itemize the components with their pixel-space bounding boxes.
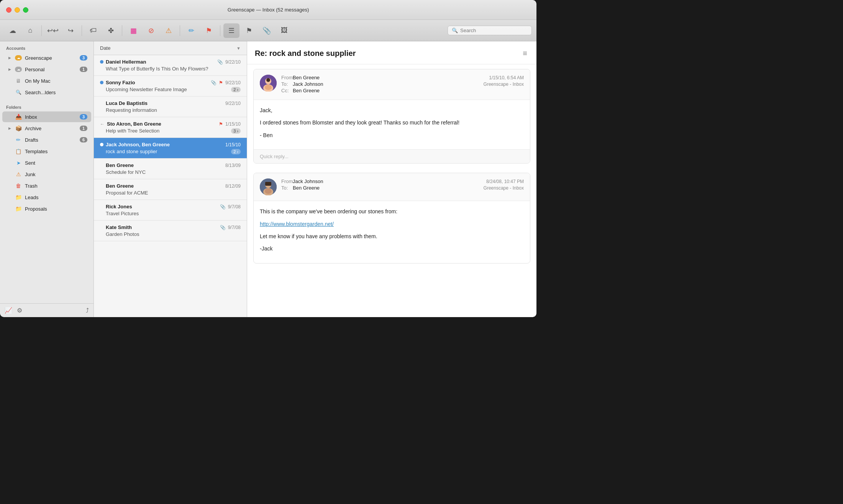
traffic-lights bbox=[6, 7, 28, 13]
flag-view-button[interactable]: ⚑ bbox=[241, 23, 257, 38]
body-line: Jack, bbox=[260, 106, 524, 115]
reply-all-button[interactable]: ↩↩ bbox=[45, 23, 61, 38]
email-subject-row: Upcoming Newsletter Feature Image 2 › bbox=[100, 87, 241, 92]
email-sender: Ben Greene bbox=[106, 183, 223, 189]
svg-rect-7 bbox=[265, 182, 271, 186]
message-menu-button[interactable]: ≡ bbox=[521, 47, 529, 59]
sidebar-item-search-folders[interactable]: ▶ 🔍 Search...lders bbox=[2, 87, 91, 98]
toolbar-separator-4 bbox=[180, 25, 180, 36]
signout-button[interactable]: ⤴ bbox=[86, 307, 89, 314]
flag-red-button[interactable]: ⚑ bbox=[201, 23, 217, 38]
email-subject: Garden Photos bbox=[106, 231, 241, 237]
meta-cc-row: Cc: Ben Greene bbox=[281, 88, 524, 93]
email-list-header: Date ▼ bbox=[94, 41, 247, 55]
flag-button[interactable]: ⚠ bbox=[161, 23, 177, 38]
email-item-top: Sonny Fazio 📎 ⚑ 9/22/10 bbox=[100, 80, 241, 85]
search-input[interactable] bbox=[460, 28, 528, 33]
sidebar-item-on-my-mac[interactable]: ▶ 🖥 On My Mac bbox=[2, 75, 91, 86]
email-list: Date ▼ Daniel Hellerman 📎 9/22/10 What T… bbox=[94, 41, 247, 317]
sidebar-item-label: On My Mac bbox=[25, 78, 87, 84]
forward-button[interactable]: ↪ bbox=[62, 23, 79, 38]
sidebar-item-archive[interactable]: ▶ 📦 Archive 1 bbox=[2, 123, 91, 134]
sidebar-item-label: Junk bbox=[25, 172, 87, 177]
email-date: 9/7/08 bbox=[228, 204, 241, 209]
sidebar-item-label: Search...lders bbox=[25, 90, 87, 95]
activity-button[interactable]: 📈 bbox=[5, 307, 12, 314]
message-view-button[interactable]: ☰ bbox=[223, 23, 239, 38]
search-folders-icon: 🔍 bbox=[15, 89, 22, 96]
close-button[interactable] bbox=[6, 7, 11, 13]
personal-cloud-icon: ☁ bbox=[15, 66, 22, 73]
minimize-button[interactable] bbox=[15, 7, 20, 13]
email-item[interactable]: Daniel Hellerman 📎 9/22/10 What Type of … bbox=[94, 55, 247, 76]
sidebar-item-sent[interactable]: ▶ ➤ Sent bbox=[2, 157, 91, 168]
unread-dot bbox=[100, 226, 103, 229]
label-button[interactable]: 🏷 bbox=[85, 23, 101, 38]
message-subject: Re: rock and stone supplier bbox=[255, 49, 356, 58]
sidebar-item-label: Leads bbox=[25, 195, 87, 200]
toolbar-separator-2 bbox=[82, 25, 82, 36]
maximize-button[interactable] bbox=[23, 7, 28, 13]
email-item[interactable]: Ben Greene 8/12/09 Proposal for ACME bbox=[94, 179, 247, 200]
sidebar-item-leads[interactable]: ▶ 📁 Leads bbox=[2, 192, 91, 203]
email-item[interactable]: Kate Smith 📎 9/7/08 Garden Photos bbox=[94, 221, 247, 241]
message-email-header-2: From: Jack Johnson 8/24/08, 10:47 PM To:… bbox=[254, 173, 530, 201]
message-email-header: From: Ben Greene 1/15/10, 6:54 AM To: Ja… bbox=[254, 69, 530, 100]
quick-reply[interactable]: Quick reply... bbox=[254, 149, 530, 163]
thread-badge: 2 › bbox=[231, 87, 241, 92]
blomster-link[interactable]: http://www.blomstergarden.net/ bbox=[260, 221, 334, 227]
email-item[interactable]: Sonny Fazio 📎 ⚑ 9/22/10 Upcoming Newslet… bbox=[94, 76, 247, 97]
message-header: Re: rock and stone supplier ≡ bbox=[247, 41, 536, 64]
image-view-button[interactable]: 🖼 bbox=[276, 23, 292, 38]
email-subject: What Type of Butterfly Is This On My Flo… bbox=[106, 66, 241, 72]
email-item-top: Daniel Hellerman 📎 9/22/10 bbox=[100, 59, 241, 65]
sidebar-footer: 📈 ⚙ ⤴ bbox=[0, 303, 93, 317]
email-sender: Luca De Baptistis bbox=[106, 100, 223, 106]
accounts-header: Accounts bbox=[0, 41, 93, 52]
sidebar-item-badge: 1 bbox=[80, 126, 87, 131]
cc-value: Ben Greene bbox=[293, 88, 524, 93]
compose-button[interactable]: ✏ bbox=[183, 23, 199, 38]
svg-point-4 bbox=[265, 85, 272, 90]
avatar-ben bbox=[260, 75, 277, 92]
home-button[interactable]: ⌂ bbox=[22, 23, 38, 38]
unread-dot bbox=[100, 205, 103, 208]
search-box[interactable]: 🔍 bbox=[448, 26, 532, 35]
main-content: Accounts ▶ ☁ Greenscape 3 ▶ ☁ Personal 1 bbox=[0, 41, 536, 317]
email-date: 9/7/08 bbox=[228, 225, 241, 230]
email-item-selected[interactable]: Jack Johnson, Ben Greene 1/15/10 rock an… bbox=[94, 138, 247, 159]
sort-chevron-icon[interactable]: ▼ bbox=[236, 46, 241, 51]
email-item[interactable]: Ben Greene 8/13/09 Schedule for NYC bbox=[94, 159, 247, 179]
email-item[interactable]: Luca De Baptistis 9/22/10 Requesting inf… bbox=[94, 97, 247, 117]
templates-icon: 📋 bbox=[15, 148, 22, 155]
sidebar-item-junk[interactable]: ▶ ⚠ Junk bbox=[2, 169, 91, 180]
assign-button[interactable]: ✤ bbox=[103, 23, 119, 38]
email-item[interactable]: ← Sto Akron, Ben Greene ⚑ 1/15/10 Help w… bbox=[94, 117, 247, 138]
sidebar-item-templates[interactable]: ▶ 📋 Templates bbox=[2, 146, 91, 157]
email-subject: Schedule for NYC bbox=[106, 169, 241, 175]
archive-action-button[interactable]: ▦ bbox=[125, 23, 141, 38]
email-subject-row: Schedule for NYC bbox=[100, 169, 241, 175]
settings-button[interactable]: ⚙ bbox=[17, 307, 22, 314]
unread-dot bbox=[100, 184, 103, 188]
archive-icon: 📦 bbox=[15, 125, 22, 132]
from-label: From: bbox=[281, 75, 293, 80]
sidebar-item-label: Proposals bbox=[25, 206, 87, 212]
sidebar-item-personal[interactable]: ▶ ☁ Personal 1 bbox=[2, 64, 91, 75]
expand-icon: ▶ bbox=[8, 126, 11, 130]
attachment-view-button[interactable]: 📎 bbox=[259, 23, 275, 38]
message-email-2: From: Jack Johnson 8/24/08, 10:47 PM To:… bbox=[253, 173, 530, 263]
email-item-top: Luca De Baptistis 9/22/10 bbox=[100, 100, 241, 106]
sidebar-item-trash[interactable]: ▶ 🗑 Trash bbox=[2, 180, 91, 191]
sidebar-item-inbox[interactable]: ▶ 📥 Inbox 3 bbox=[2, 111, 91, 122]
sidebar-item-greenscape[interactable]: ▶ ☁ Greenscape 3 bbox=[2, 52, 91, 63]
email-subject: Requesting information bbox=[106, 107, 241, 113]
get-mail-button[interactable]: ☁ bbox=[5, 23, 21, 38]
sidebar-item-proposals[interactable]: ▶ 📁 Proposals bbox=[2, 203, 91, 214]
email-item[interactable]: Rick Jones 📎 9/7/08 Travel Pictures bbox=[94, 200, 247, 221]
email-date: 8/13/09 bbox=[225, 163, 241, 168]
block-button[interactable]: ⊘ bbox=[143, 23, 159, 38]
sort-label: Date bbox=[100, 45, 110, 51]
expand-icon: ▶ bbox=[8, 67, 11, 71]
sidebar-item-drafts[interactable]: ▶ ✏ Drafts 6 bbox=[2, 134, 91, 145]
